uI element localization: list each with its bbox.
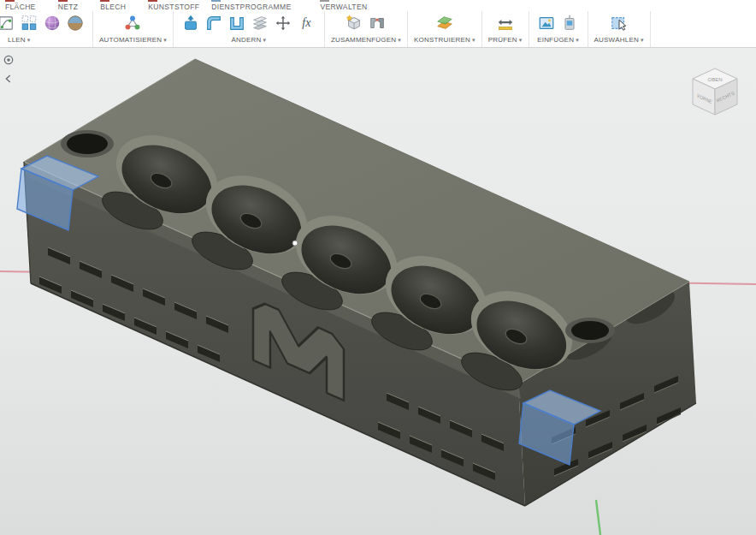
- chevron-down-icon: ▾: [263, 37, 267, 43]
- group-auswaehlen: AUSWÄHLEN▾: [588, 11, 651, 47]
- group-zusammenfuegen: ZUSAMMENFÜGEN▾: [325, 11, 408, 47]
- chevron-down-icon: ▾: [472, 37, 475, 43]
- chevron-down-icon: ▾: [27, 37, 31, 43]
- tab-label: BLECH: [100, 3, 126, 11]
- browser-toggle-icon[interactable]: [2, 53, 15, 67]
- fillet-icon[interactable]: [203, 13, 226, 34]
- ribbon: LLEN▾ AUTOMATISIEREN▾: [0, 11, 756, 47]
- stacked-sheets-icon[interactable]: [249, 13, 272, 34]
- tab-accent: [100, 0, 109, 2]
- tab-accent: [320, 0, 329, 2]
- screw-hole[interactable]: [61, 130, 114, 158]
- press-pull-icon[interactable]: [180, 13, 203, 34]
- construction-plane-icon[interactable]: [433, 13, 456, 34]
- y-axis-line[interactable]: [596, 500, 600, 535]
- group-pruefen: PRÜFEN▾: [482, 11, 529, 47]
- measure-icon[interactable]: [493, 13, 517, 34]
- automate-nodes-icon[interactable]: [121, 13, 145, 34]
- tab-accent: [58, 0, 68, 2]
- model-scene: [0, 48, 756, 535]
- group-label[interactable]: EINFÜGEN▾: [537, 36, 579, 44]
- chevron-down-icon: ▾: [163, 37, 167, 43]
- tab-blech[interactable]: BLECH: [100, 0, 126, 11]
- new-component-icon[interactable]: [343, 13, 366, 34]
- group-erstellen: LLEN▾: [0, 11, 93, 47]
- group-aendern: fx ÄNDERN▾: [174, 11, 325, 47]
- pattern-icon[interactable]: [17, 13, 40, 34]
- group-label[interactable]: PRÜFEN▾: [488, 36, 523, 44]
- origin-point[interactable]: [292, 241, 298, 246]
- group-label[interactable]: AUTOMATISIEREN▾: [99, 36, 167, 44]
- tab-dienstprogramme[interactable]: DIENSTPROGRAMME: [211, 0, 291, 11]
- canvas-side-buttons: [2, 53, 15, 86]
- sketch-icon[interactable]: [0, 13, 17, 34]
- group-label[interactable]: AUSWÄHLEN▾: [594, 36, 644, 44]
- select-cursor-icon[interactable]: [607, 13, 630, 34]
- chevron-down-icon: ▾: [641, 37, 644, 43]
- toolbar-tab-row: FLÄCHE NETZ BLECH KUNSTSTOFF DIENSTPROGR…: [0, 0, 756, 11]
- insert-canvas-icon[interactable]: [535, 13, 558, 34]
- tab-flaeche[interactable]: FLÄCHE: [5, 0, 36, 11]
- tab-label: KUNSTSTOFF: [148, 3, 199, 11]
- move-icon[interactable]: [272, 13, 295, 34]
- tab-label: NETZ: [58, 3, 79, 11]
- parameters-fx-icon[interactable]: fx: [295, 13, 318, 34]
- group-label[interactable]: ÄNDERN▾: [232, 36, 267, 44]
- group-konstruieren: KONSTRUIEREN▾: [408, 11, 482, 47]
- tab-label: DIENSTPROGRAMME: [211, 3, 291, 11]
- chevron-down-icon: ▾: [576, 37, 579, 43]
- viewport-canvas[interactable]: OBEN VORNE RECHTS: [0, 48, 756, 535]
- appearance-sphere-icon[interactable]: [63, 13, 86, 34]
- toolbar-area: FLÄCHE NETZ BLECH KUNSTSTOFF DIENSTPROGR…: [0, 0, 756, 48]
- chevron-down-icon: ▾: [398, 37, 401, 43]
- tab-label: VERWALTEN: [320, 3, 367, 11]
- shell-icon[interactable]: [226, 13, 249, 34]
- panel-collapse-icon[interactable]: [2, 72, 15, 86]
- tab-netz[interactable]: NETZ: [58, 0, 79, 11]
- fusion-app: FLÄCHE NETZ BLECH KUNSTSTOFF DIENSTPROGR…: [0, 0, 756, 535]
- tab-label: FLÄCHE: [5, 3, 36, 11]
- viewcube[interactable]: OBEN VORNE RECHTS: [682, 58, 747, 123]
- tab-verwalten[interactable]: VERWALTEN: [320, 0, 367, 11]
- tab-accent: [211, 0, 221, 2]
- screw-hole[interactable]: [565, 318, 615, 343]
- form-sphere-icon[interactable]: [40, 13, 63, 34]
- tab-accent: [5, 0, 15, 2]
- viewcube-top-label: OBEN: [707, 77, 722, 82]
- group-label[interactable]: KONSTRUIEREN▾: [414, 36, 475, 44]
- decal-icon[interactable]: [558, 13, 582, 34]
- chevron-down-icon: ▾: [519, 37, 523, 43]
- group-automatisieren: AUTOMATISIEREN▾: [93, 11, 174, 47]
- tab-accent: [148, 0, 157, 2]
- battery-holder-model[interactable]: [17, 59, 696, 506]
- group-label[interactable]: ZUSAMMENFÜGEN▾: [331, 36, 401, 44]
- joint-icon[interactable]: [366, 13, 389, 34]
- group-label[interactable]: LLEN▾: [8, 36, 31, 44]
- group-einfuegen: EINFÜGEN▾: [529, 11, 588, 47]
- tab-kunststoff[interactable]: KUNSTSTOFF: [148, 0, 199, 11]
